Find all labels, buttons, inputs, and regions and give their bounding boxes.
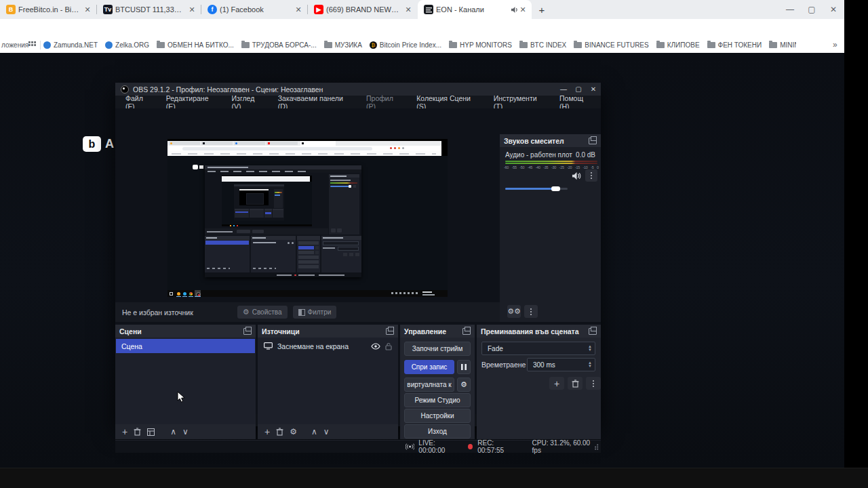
- bookmark-folder[interactable]: MINING: [769, 41, 796, 49]
- menu-file[interactable]: Файл (F): [119, 94, 160, 110]
- add-transition-button[interactable]: +: [549, 377, 564, 390]
- mini-toolbar: [167, 146, 441, 151]
- folder-icon: [574, 42, 582, 48]
- window-maximize-button[interactable]: ▢: [802, 0, 822, 19]
- tab-facebook[interactable]: f (1) Facebook ✕: [201, 0, 307, 19]
- bookmark-item[interactable]: ₿Bitcoin Price Index...: [370, 41, 441, 49]
- tab-tradingview[interactable]: Tv BTCUSDT 111,335.01 ▼ -0.32% ✕: [97, 0, 201, 19]
- menu-edit[interactable]: Редактиране (E): [160, 94, 226, 110]
- menu-help[interactable]: Помощ (H): [553, 94, 601, 110]
- source-properties-icon[interactable]: ⚙: [290, 428, 297, 436]
- transition-options-button[interactable]: [586, 377, 601, 390]
- window-close-button[interactable]: ✕: [823, 0, 844, 19]
- virtual-camera-button[interactable]: виртуалната к: [404, 378, 454, 392]
- sources-dock: Източници Заснемане на екрана +: [258, 325, 398, 439]
- popout-icon[interactable]: [462, 328, 471, 335]
- menu-view[interactable]: Изглед (V): [226, 94, 272, 110]
- tab-close-icon[interactable]: ✕: [518, 5, 528, 14]
- studio-mode-button[interactable]: Режим Студио: [404, 393, 471, 407]
- popout-icon[interactable]: [386, 328, 394, 335]
- visibility-eye-icon[interactable]: [371, 343, 380, 350]
- popout-icon[interactable]: [589, 138, 597, 144]
- transitions-header[interactable]: Преминавания във сцената: [477, 325, 601, 338]
- menu-scene-collection[interactable]: Колекция Сцени (S): [410, 94, 488, 110]
- tab-close-icon[interactable]: ✕: [187, 5, 197, 14]
- bookmark-item[interactable]: Zamunda.NET: [43, 41, 98, 49]
- source-up-icon[interactable]: ∧: [311, 428, 317, 436]
- pause-icon: [461, 364, 467, 370]
- menu-docks[interactable]: Закачваеми панели (D): [272, 94, 360, 110]
- mini-bookmarks-bar: [167, 151, 441, 156]
- bookmark-folder[interactable]: ТРУДОВА БОРСА-...: [241, 41, 317, 49]
- remove-transition-button[interactable]: [568, 377, 583, 390]
- filters-button[interactable]: Филтри: [293, 306, 337, 319]
- tab-freebitco[interactable]: B FreeBitco.in - Bitcoin, Bitcoin P ✕: [0, 0, 96, 19]
- menu-profile[interactable]: Профил (P): [360, 94, 410, 110]
- add-source-icon[interactable]: +: [264, 427, 270, 436]
- advanced-audio-button[interactable]: ⚙⚙: [507, 305, 521, 318]
- remove-scene-icon[interactable]: [134, 428, 141, 436]
- popout-icon[interactable]: [243, 328, 252, 335]
- bookmark-folder[interactable]: HYP MONITORS: [449, 41, 512, 49]
- scenes-header[interactable]: Сцени: [115, 325, 256, 338]
- source-down-icon[interactable]: ∨: [323, 428, 330, 436]
- remove-source-icon[interactable]: [276, 428, 283, 436]
- tab-close-icon[interactable]: ✕: [403, 5, 413, 14]
- tab-youtube[interactable]: ▶ (669) BRAND NEW Fugitive: Th ✕: [308, 0, 417, 19]
- duration-spinbox[interactable]: 300 ms ▲▼: [527, 358, 595, 371]
- start-streaming-button[interactable]: Започни стрийм: [404, 342, 471, 356]
- stop-recording-button[interactable]: Спри запис: [404, 360, 454, 374]
- audio-mixer-header[interactable]: Звуков смесител: [500, 134, 601, 147]
- audio-options-button[interactable]: [585, 169, 597, 182]
- scene-filters-icon[interactable]: [147, 428, 155, 436]
- transition-select[interactable]: Fade ▲▼: [481, 342, 595, 355]
- bookmarks-apps-label[interactable]: ложения: [1, 41, 28, 49]
- mini-status-bar: [205, 272, 361, 277]
- mini-transitions-dock: [321, 236, 361, 272]
- transition-select-arrows[interactable]: ▲▼: [588, 345, 595, 352]
- apps-grid-icon[interactable]: [28, 41, 36, 49]
- virtual-camera-settings-button[interactable]: ⚙: [457, 378, 471, 392]
- tab-audio-icon[interactable]: [511, 6, 518, 14]
- controls-header[interactable]: Управление: [400, 325, 475, 338]
- tab-close-icon[interactable]: ✕: [83, 5, 92, 14]
- volume-slider[interactable]: [505, 188, 568, 190]
- bookmark-folder[interactable]: BTC INDEX: [519, 41, 566, 49]
- bookmark-folder[interactable]: КЛИПОВЕ: [656, 41, 700, 49]
- audio-level-db: 0.0 dB: [576, 151, 595, 159]
- bookmark-folder[interactable]: ФЕН ТОКЕНИ: [707, 41, 762, 49]
- bookmark-item[interactable]: Zelka.ORG: [105, 41, 149, 49]
- folder-icon: [656, 42, 665, 48]
- menu-tools[interactable]: Инструменти (T): [488, 94, 553, 110]
- resize-grip[interactable]: [593, 444, 599, 450]
- source-item[interactable]: Заснемане на екрана: [258, 339, 397, 353]
- bookmark-folder[interactable]: ОБМЕН НА БИТКО...: [157, 41, 234, 49]
- settings-button[interactable]: Настройки: [404, 409, 471, 423]
- preview-canvas[interactable]: [167, 139, 448, 297]
- window-minimize-button[interactable]: —: [780, 0, 800, 19]
- duration-spin-arrows[interactable]: ▲▼: [588, 361, 595, 368]
- sources-header[interactable]: Източници: [258, 325, 398, 338]
- eon-site-logo: b A: [83, 136, 114, 152]
- tab-eon-active[interactable]: EON - Канали ✕: [418, 0, 532, 19]
- meter-scale: -60-55-50-45-40-35-30-25-20-15-10-50: [504, 165, 599, 169]
- bookmarks-overflow-chevron[interactable]: »: [833, 40, 837, 49]
- pause-recording-button[interactable]: [457, 360, 471, 374]
- mixer-menu-button[interactable]: [524, 305, 538, 318]
- scene-item-selected[interactable]: Сцена: [116, 339, 255, 353]
- bookmark-folder[interactable]: МУЗИКА: [324, 41, 362, 49]
- mini-sources-dock: [251, 236, 296, 272]
- exit-button[interactable]: Изход: [404, 424, 471, 439]
- popout-icon[interactable]: [589, 328, 597, 335]
- new-tab-button[interactable]: +: [533, 0, 551, 19]
- mini-desktop-edge: [441, 139, 448, 156]
- add-scene-icon[interactable]: +: [122, 427, 127, 436]
- properties-button[interactable]: ⚙ Свойства: [237, 306, 288, 319]
- scene-down-icon[interactable]: ∨: [182, 428, 189, 436]
- bookmark-folder[interactable]: BINANCE FUTURES: [574, 41, 648, 49]
- speaker-icon[interactable]: [572, 171, 582, 181]
- scene-up-icon[interactable]: ∧: [170, 428, 176, 436]
- volume-slider-handle[interactable]: [551, 186, 560, 191]
- tab-close-icon[interactable]: ✕: [294, 5, 303, 14]
- lock-icon[interactable]: [385, 342, 392, 350]
